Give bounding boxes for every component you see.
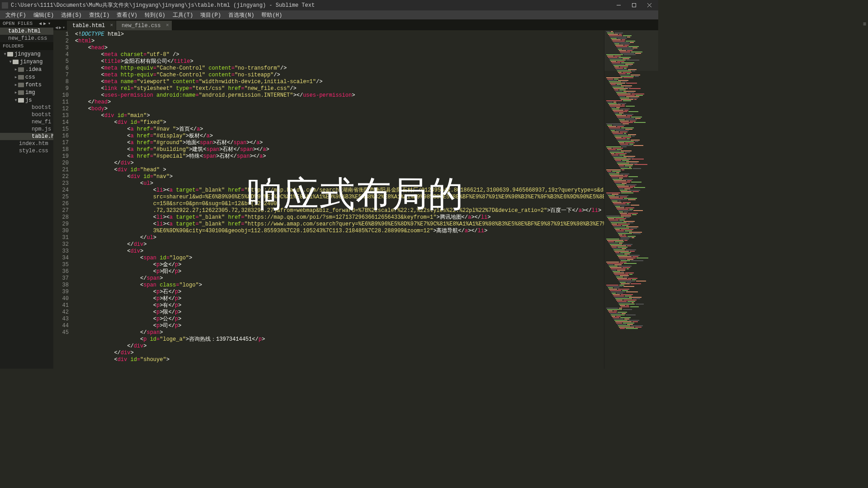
folder-item[interactable]: css [0, 73, 53, 81]
folder-label: .idea [25, 66, 42, 73]
menubar: 文件(F) 编辑(E) 选择(S) 查找(I) 查看(V) 转到(G) 工具(T… [0, 10, 658, 19]
folder-icon [7, 52, 13, 56]
window-title: C:\Users\1111\Documents\MuMu共享文件夹\jingya… [11, 1, 615, 9]
menu-select[interactable]: 选择(S) [57, 11, 85, 19]
folder-label: js [25, 97, 32, 103]
menu-prefs[interactable]: 首选项(N) [225, 11, 258, 19]
minimap-content [606, 31, 656, 329]
code-area[interactable]: <!DOCTYPE html><html> <head> <meta chars… [73, 30, 604, 369]
folder-item[interactable]: jingyang [0, 50, 53, 58]
svg-rect-1 [632, 4, 636, 7]
menu-goto[interactable]: 转到(G) [141, 11, 169, 19]
editor-body: 1234567891011121314151617181920212223242… [53, 30, 658, 369]
maximize-icon[interactable] [630, 2, 637, 9]
tabbar: ◀▶▾ table.html× new_file.css× [53, 19, 658, 30]
folders-label: FOLDERS [3, 43, 24, 49]
sidebar-prev-icon[interactable]: ◀ [39, 21, 42, 26]
tab-next-icon[interactable]: ▶ [59, 25, 61, 30]
menu-find[interactable]: 查找(I) [85, 11, 113, 19]
tab-label: table.html [72, 23, 105, 29]
app-icon [2, 2, 8, 9]
tab-prev-icon[interactable]: ◀ [55, 25, 58, 30]
close-icon[interactable]: × [110, 23, 113, 28]
chevron-down-icon [3, 51, 7, 57]
close-icon[interactable] [646, 2, 653, 9]
folder-icon [18, 98, 24, 103]
tab[interactable]: new_file.css× [116, 21, 171, 30]
sidebar-menu-icon[interactable]: ▾ [48, 21, 51, 26]
file-item[interactable]: index.htm [0, 140, 53, 147]
menu-edit[interactable]: 编辑(E) [30, 11, 58, 19]
tab-nav: ◀▶▾ [53, 25, 67, 30]
folders-header: FOLDERS [0, 42, 53, 50]
folder-label: fonts [25, 82, 42, 88]
menu-view[interactable]: 查看(V) [113, 11, 141, 19]
titlebar: C:\Users\1111\Documents\MuMu共享文件夹\jingya… [0, 0, 658, 10]
chevron-right-icon [14, 89, 18, 96]
sidebar-next-icon[interactable]: ▶ [43, 21, 46, 26]
sidebar: OPEN FILES ◀ ▶ ▾ table.html new_file.css… [0, 19, 53, 369]
sidebar-nav: ◀ ▶ ▾ [39, 21, 51, 26]
folder-icon [18, 75, 24, 80]
file-item[interactable]: style.css [0, 147, 53, 155]
chevron-right-icon [14, 66, 18, 73]
folder-label: jingyang [14, 51, 41, 57]
editor-column: ◀▶▾ table.html× new_file.css× 1234567891… [53, 19, 658, 369]
file-item[interactable]: table.h [0, 133, 53, 140]
folder-item[interactable]: img [0, 89, 53, 96]
chevron-right-icon [14, 74, 18, 80]
menu-file[interactable]: 文件(F) [2, 11, 30, 19]
folder-label: css [25, 74, 35, 80]
minimize-icon[interactable] [615, 2, 622, 9]
open-files-header: OPEN FILES ◀ ▶ ▾ [0, 19, 53, 28]
tab-menu-icon[interactable]: ▾ [62, 25, 65, 30]
close-icon[interactable]: × [166, 23, 169, 28]
tab[interactable]: table.html× [67, 21, 116, 30]
minimap[interactable] [604, 30, 658, 369]
folder-icon [18, 83, 24, 87]
window-controls [615, 2, 656, 9]
folder-item[interactable]: jinyang [0, 58, 53, 66]
folder-icon [18, 67, 24, 72]
folder-label: img [25, 89, 35, 96]
folder-item[interactable]: .idea [0, 66, 53, 73]
folder-item[interactable]: js [0, 96, 53, 104]
file-item[interactable]: bootst [0, 111, 53, 118]
chevron-down-icon [14, 97, 18, 103]
chevron-right-icon [14, 81, 18, 88]
menu-tools[interactable]: 工具(T) [169, 11, 197, 19]
tab-label: new_file.css [122, 23, 160, 29]
folder-icon [13, 60, 19, 64]
open-file-item[interactable]: new_file.css [0, 35, 53, 42]
folder-label: jinyang [20, 59, 42, 65]
menu-project[interactable]: 项目(P) [197, 11, 225, 19]
open-file-item[interactable]: table.html [0, 28, 53, 35]
gutter: 1234567891011121314151617181920212223242… [53, 30, 73, 369]
file-item[interactable]: new_fi [0, 118, 53, 126]
file-item[interactable]: bootst [0, 104, 53, 111]
menu-help[interactable]: 帮助(H) [258, 11, 286, 19]
chevron-down-icon [8, 58, 13, 65]
open-files-label: OPEN FILES [3, 21, 33, 26]
folder-item[interactable]: fonts [0, 81, 53, 89]
file-item[interactable]: npm.js [0, 126, 53, 133]
folder-icon [18, 90, 24, 95]
